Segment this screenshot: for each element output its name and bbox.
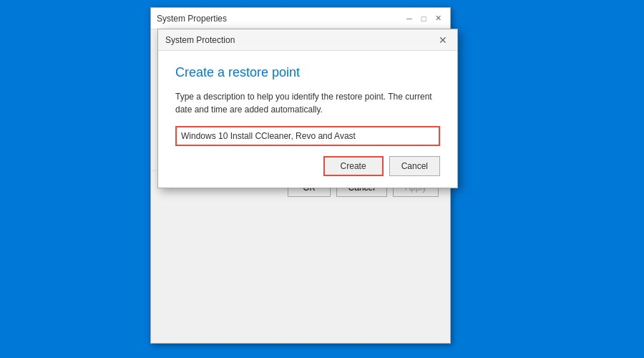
- dialog-titlebar: System Protection ✕: [158, 29, 457, 51]
- dialog-action-buttons: Create Cancel: [175, 156, 440, 176]
- minimize-button[interactable]: ─: [403, 12, 416, 25]
- dialog-close-button[interactable]: ✕: [436, 33, 450, 47]
- dialog-heading: Create a restore point: [175, 65, 440, 80]
- maximize-button[interactable]: □: [417, 12, 430, 25]
- sys-properties-title: System Properties: [157, 14, 227, 24]
- system-protection-dialog: System Protection ✕ Create a restore poi…: [157, 29, 458, 188]
- sys-properties-controls: ─ □ ✕: [403, 12, 444, 25]
- cancel-dialog-button[interactable]: Cancel: [389, 156, 440, 176]
- dialog-title: System Protection: [165, 35, 235, 45]
- restore-point-input[interactable]: [175, 126, 440, 146]
- dialog-description: Type a description to help you identify …: [175, 90, 440, 116]
- close-button[interactable]: ✕: [431, 12, 444, 25]
- dialog-body: Create a restore point Type a descriptio…: [158, 51, 457, 188]
- create-restore-button[interactable]: Create: [323, 156, 384, 176]
- sys-properties-titlebar: System Properties ─ □ ✕: [151, 8, 450, 29]
